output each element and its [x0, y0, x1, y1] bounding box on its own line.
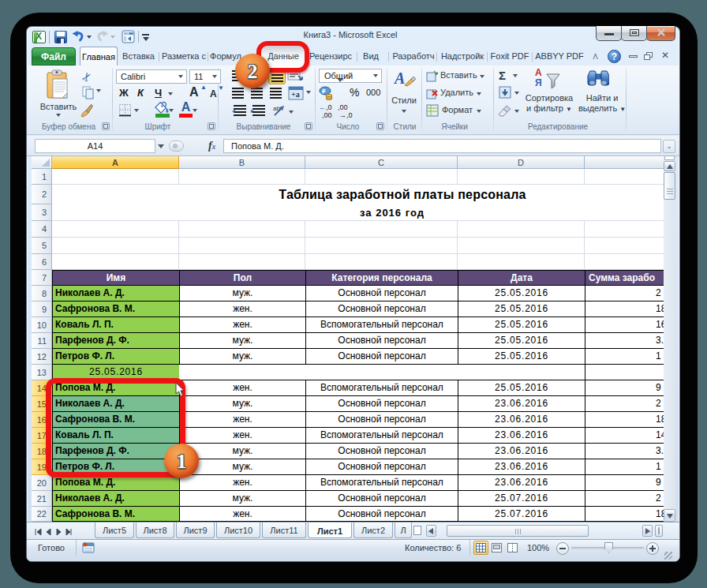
svg-text:ab: ab — [273, 105, 280, 112]
svg-text:+a: +a — [291, 90, 300, 99]
svg-text:₽: ₽ — [322, 88, 326, 94]
